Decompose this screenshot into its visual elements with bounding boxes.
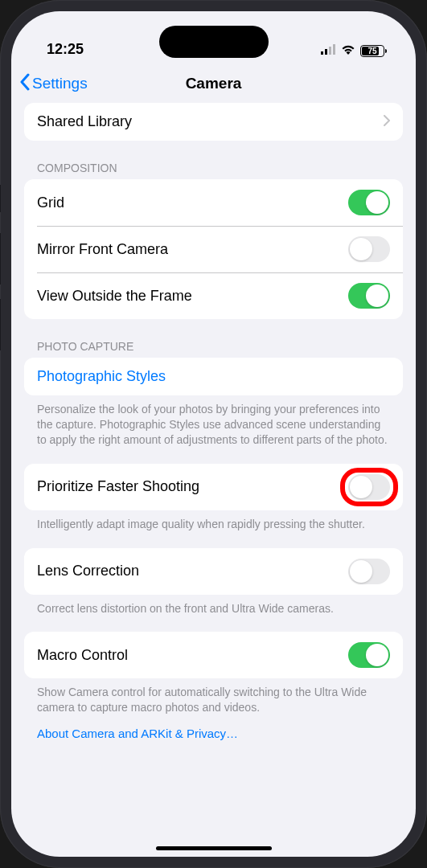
svg-rect-1 xyxy=(325,49,327,55)
lens-correction-toggle[interactable] xyxy=(348,559,390,584)
cellular-icon xyxy=(321,43,336,58)
mirror-front-camera-row: Mirror Front Camera xyxy=(24,226,403,272)
grid-label: Grid xyxy=(37,194,64,211)
view-outside-frame-row: View Outside the Frame xyxy=(24,272,403,319)
photographic-styles-footer: Personalize the look of your photos by b… xyxy=(24,395,403,448)
macro-control-label: Macro Control xyxy=(37,647,128,664)
photo-capture-header: PHOTO CAPTURE xyxy=(24,340,403,358)
macro-control-toggle[interactable] xyxy=(348,642,390,668)
screen: 12:25 75 xyxy=(11,11,416,857)
lens-correction-row: Lens Correction xyxy=(24,548,403,595)
status-time: 12:25 xyxy=(47,41,84,58)
macro-control-footer: Show Camera control for automatically sw… xyxy=(24,678,403,715)
svg-rect-3 xyxy=(333,44,335,55)
privacy-link[interactable]: About Camera and ARKit & Privacy… xyxy=(24,727,403,740)
photographic-styles-row[interactable]: Photographic Styles xyxy=(24,358,403,395)
nav-bar: Settings Camera xyxy=(11,64,416,103)
prioritize-faster-shooting-toggle[interactable] xyxy=(348,474,390,500)
prioritize-faster-shooting-row: Prioritize Faster Shooting xyxy=(24,464,403,510)
lens-correction-label: Lens Correction xyxy=(37,563,139,579)
prioritize-faster-shooting-footer: Intelligently adapt image quality when r… xyxy=(24,510,403,532)
svg-rect-0 xyxy=(321,51,323,55)
svg-rect-2 xyxy=(329,47,331,55)
photographic-styles-label: Photographic Styles xyxy=(37,368,166,385)
grid-toggle[interactable] xyxy=(348,190,390,215)
back-button[interactable]: Settings xyxy=(19,73,88,95)
view-outside-frame-label: View Outside the Frame xyxy=(37,288,192,305)
chevron-right-icon xyxy=(384,113,390,130)
home-indicator[interactable] xyxy=(156,846,272,850)
composition-header: COMPOSITION xyxy=(24,162,403,179)
battery-icon: 75 xyxy=(360,45,387,57)
view-outside-frame-toggle[interactable] xyxy=(348,283,390,309)
mirror-front-camera-label: Mirror Front Camera xyxy=(37,241,168,258)
page-title: Camera xyxy=(186,75,242,92)
shared-library-row[interactable]: Shared Library xyxy=(24,103,403,141)
grid-row: Grid xyxy=(24,179,403,226)
dynamic-island xyxy=(159,26,269,58)
lens-correction-footer: Correct lens distortion on the front and… xyxy=(24,595,403,616)
shared-library-label: Shared Library xyxy=(37,113,132,130)
phone-frame: 12:25 75 xyxy=(0,0,427,868)
mirror-front-camera-toggle[interactable] xyxy=(348,236,390,262)
prioritize-faster-shooting-label: Prioritize Faster Shooting xyxy=(37,478,199,495)
wifi-icon xyxy=(341,43,355,58)
chevron-left-icon xyxy=(19,73,30,95)
macro-control-row: Macro Control xyxy=(24,632,403,678)
